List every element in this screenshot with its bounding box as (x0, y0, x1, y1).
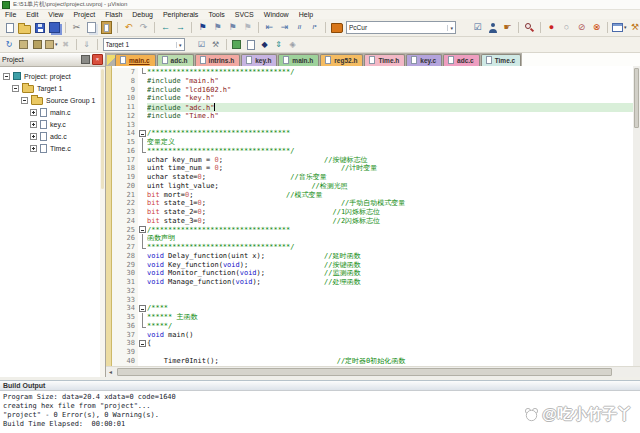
rebuild-all-icon[interactable] (31, 39, 43, 51)
code-area[interactable]: 7**********************************/8#in… (112, 66, 633, 366)
save-icon[interactable] (33, 21, 46, 34)
window-layout-icon[interactable]: ▾ (612, 21, 627, 34)
translate-file-icon[interactable]: ↻ (3, 39, 15, 51)
tab-adc-h[interactable]: adc.h (157, 54, 194, 66)
uncomment-icon[interactable]: /* (308, 21, 321, 34)
bookmark-prev-icon[interactable]: ⚑ (211, 21, 224, 34)
tree-item-adc-c[interactable]: adc.c (0, 130, 105, 142)
tree-item-target-1[interactable]: Target 1 (0, 82, 105, 94)
code-text: **********************************/ (147, 68, 633, 77)
menu-svcs[interactable]: SVCS (230, 10, 259, 19)
tab-intrins-h[interactable]: intrins.h (195, 54, 241, 66)
tree-item-key-c[interactable]: key.c (0, 118, 105, 130)
find-book-icon[interactable] (330, 21, 343, 34)
indent-icon[interactable]: ⇥ (278, 21, 291, 34)
configure-wrench-icon[interactable]: ⚒ (629, 21, 640, 34)
vertical-scrollbar-thumb[interactable] (634, 68, 639, 128)
expander-minus-icon[interactable] (21, 97, 28, 104)
fold-box-icon[interactable] (138, 226, 147, 235)
toolbar-separator (76, 39, 77, 50)
fold-box-icon[interactable] (138, 304, 147, 313)
manage-components-icon[interactable] (231, 39, 243, 51)
download-icon[interactable]: ⇓ (81, 39, 93, 51)
expander-minus-icon[interactable] (3, 73, 10, 80)
tab-reg52-h[interactable]: reg52.h (320, 54, 363, 66)
menu-flash[interactable]: Flash (100, 10, 127, 19)
debug-magnifier-icon[interactable] (523, 21, 536, 34)
tab-adc-c[interactable]: adc.c (443, 54, 480, 66)
project-scrollbar-thumb[interactable] (101, 69, 104, 189)
open-file-icon[interactable] (18, 21, 31, 34)
close-icon[interactable]: × (92, 54, 103, 65)
find-in-files-build-icon[interactable]: ⇕ (273, 39, 285, 51)
file-extensions-icon[interactable] (245, 39, 257, 51)
navigate-back-icon[interactable]: ← (159, 21, 172, 34)
expander-plus-icon[interactable] (30, 121, 37, 128)
code-token: 变量定义 (147, 138, 175, 146)
vertical-scrollbar[interactable] (633, 66, 640, 366)
redo-icon[interactable]: ↷ (137, 21, 150, 34)
tree-item-source-group-1[interactable]: Source Group 1 (0, 94, 105, 106)
fold-box-icon[interactable] (138, 339, 147, 348)
tab-key-h[interactable]: key.h (241, 54, 277, 66)
undo-icon[interactable]: ↶ (122, 21, 135, 34)
expander-plus-icon[interactable] (30, 133, 37, 140)
project-scrollbar[interactable] (100, 67, 105, 377)
find-combo[interactable]: PcCur▾ (346, 21, 456, 34)
navigate-group-icon[interactable]: ◈ (287, 39, 299, 51)
spell-check-icon[interactable]: ☑ (471, 21, 484, 34)
new-file-icon[interactable] (3, 21, 16, 34)
target-combo[interactable]: Target 1▾ (103, 38, 185, 51)
menu-window[interactable]: Window (259, 10, 294, 19)
menu-help[interactable]: Help (294, 10, 318, 19)
menu-debug[interactable]: Debug (127, 10, 158, 19)
unindent-icon[interactable]: ⇤ (263, 21, 276, 34)
options-for-target-icon[interactable]: ⚒ (210, 39, 222, 51)
menu-edit[interactable]: Edit (21, 10, 43, 19)
comment-icon[interactable]: // (293, 21, 306, 34)
save-all-icon[interactable] (48, 21, 61, 34)
navigate-forward-icon[interactable]: → (174, 21, 187, 34)
menu-peripherals[interactable]: Peripherals (158, 10, 203, 19)
menu-view[interactable]: View (43, 10, 68, 19)
tab-key-c[interactable]: key.c (406, 54, 442, 66)
tab-main-c[interactable]: main.c (115, 54, 156, 66)
expander-minus-icon[interactable] (12, 85, 19, 92)
editor[interactable]: 7**********************************/8#in… (106, 66, 640, 366)
stop-build-icon[interactable]: ✖ (60, 39, 72, 51)
expander-plus-icon[interactable] (30, 145, 37, 152)
insert-breakpoint-icon[interactable]: ● (545, 21, 558, 34)
bookmark-toggle-icon[interactable]: ⚑ (196, 21, 209, 34)
disable-all-breakpoints-icon[interactable]: ⊘ (575, 21, 588, 34)
horizontal-scrollbar-thumb[interactable] (117, 368, 612, 376)
pin-icon[interactable] (81, 55, 90, 64)
books-icon[interactable]: ◆ (259, 39, 271, 51)
tab-time-c[interactable]: Time.c (481, 54, 521, 66)
horizontal-scrollbar[interactable]: ◄ (106, 366, 640, 377)
fold-box-icon[interactable] (138, 129, 147, 138)
tab-time-h[interactable]: Time.h (364, 54, 405, 66)
build-icon[interactable] (17, 39, 29, 51)
expander-plus-icon[interactable] (30, 109, 37, 116)
cut-icon[interactable]: ✂ (70, 21, 83, 34)
menu-project[interactable]: Project (68, 10, 100, 19)
kill-all-breakpoints-icon[interactable]: ⊗ (590, 21, 603, 34)
enable-breakpoint-icon[interactable]: ○ (560, 21, 573, 34)
menu-file[interactable]: File (0, 10, 21, 19)
tab-label: main.c (129, 57, 150, 64)
tree-item-main-c[interactable]: main.c (0, 106, 105, 118)
copy-icon[interactable] (85, 21, 98, 34)
tab-main-h[interactable]: main.h (278, 54, 319, 66)
target-check-icon[interactable]: ☑ (196, 39, 208, 51)
bookmark-clear-icon[interactable]: ⚑ (241, 21, 254, 34)
bookmark-next-icon[interactable]: ⚑ (226, 21, 239, 34)
scroll-left-icon[interactable]: ◄ (106, 369, 115, 375)
tree-item-time-c[interactable]: Time.c (0, 142, 105, 154)
grab-hand-icon[interactable]: ☛ (501, 21, 514, 34)
tree-item-project-project[interactable]: Project: project (0, 70, 105, 82)
menu-tools[interactable]: Tools (203, 10, 229, 19)
find-in-files-icon[interactable] (486, 21, 499, 34)
batch-build-icon[interactable]: ▾ (45, 39, 58, 51)
paste-icon[interactable] (100, 21, 113, 34)
project-panel-header: Project × (0, 53, 105, 67)
